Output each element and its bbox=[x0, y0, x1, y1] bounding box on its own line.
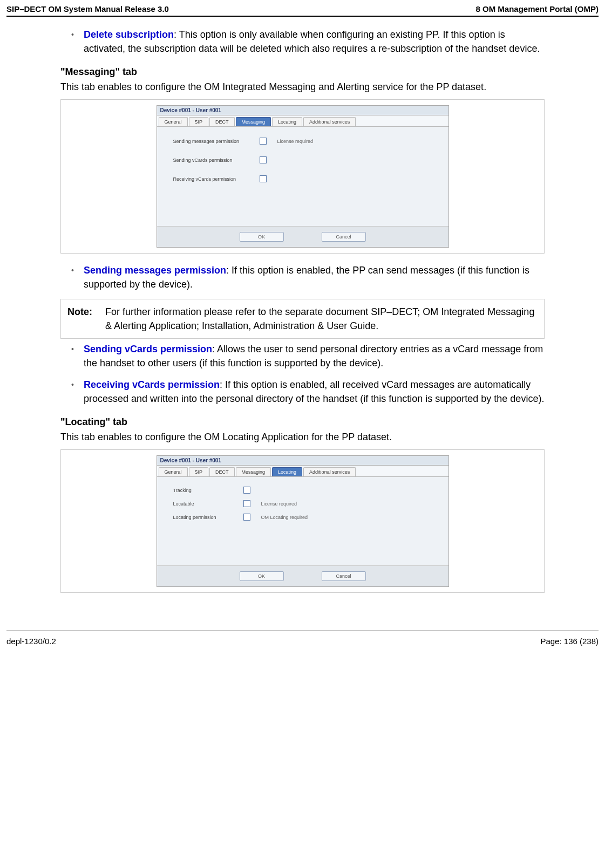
para-messaging: This tab enables to configure the OM Int… bbox=[60, 80, 545, 94]
note-label: Note: bbox=[67, 305, 105, 333]
bullet-receiving-vcards: • Receiving vCards permission: If this o… bbox=[71, 378, 545, 406]
term-sending-messages: Sending messages permission bbox=[84, 265, 226, 276]
note-box: Note: For further information please ref… bbox=[60, 299, 545, 339]
checkbox-locatable[interactable] bbox=[243, 500, 250, 507]
note-send-messages: License required bbox=[277, 139, 314, 144]
row-recv-vcards: Receiving vCards permission bbox=[173, 171, 439, 190]
dialog-footer: OK Cancel bbox=[157, 226, 448, 247]
label-locating-permission: Locating permission bbox=[173, 515, 243, 520]
screenshot-locating: Device #001 - User #001 General SIP DECT… bbox=[60, 449, 545, 593]
cancel-button[interactable]: Cancel bbox=[322, 232, 366, 242]
para-locating: This tab enables to configure the OM Loc… bbox=[60, 430, 545, 444]
dialog-title: Device #001 - User #001 bbox=[157, 456, 448, 466]
label-recv-vcards: Receiving vCards permission bbox=[173, 176, 260, 182]
bullet-sending-messages: • Sending messages permission: If this o… bbox=[71, 263, 545, 291]
note-locating-permission: OM Locating required bbox=[261, 515, 308, 520]
dialog-tabs: General SIP DECT Messaging Locating Addi… bbox=[157, 115, 448, 127]
term-sending-vcards: Sending vCards permission bbox=[84, 344, 212, 354]
checkbox-send-messages[interactable] bbox=[260, 138, 267, 145]
page-footer: depl-1230/0.2 Page: 136 (238) bbox=[6, 631, 599, 657]
bullet-icon: • bbox=[71, 378, 74, 406]
header-rule bbox=[6, 16, 599, 17]
dialog-title: Device #001 - User #001 bbox=[157, 106, 448, 115]
tab-additional-services[interactable]: Additional services bbox=[303, 117, 356, 126]
checkbox-tracking[interactable] bbox=[243, 487, 250, 494]
tab-general[interactable]: General bbox=[159, 467, 188, 476]
dialog-body: Tracking Locatable License required Loca… bbox=[157, 477, 448, 565]
note-text: For further information please refer to … bbox=[105, 305, 538, 333]
checkbox-recv-vcards[interactable] bbox=[260, 175, 267, 182]
term-delete-subscription: Delete subscription bbox=[84, 29, 174, 40]
term-receiving-vcards: Receiving vCards permission bbox=[84, 379, 220, 390]
tab-sip[interactable]: SIP bbox=[189, 467, 209, 476]
tab-locating[interactable]: Locating bbox=[272, 117, 302, 126]
heading-locating-tab: "Locating" tab bbox=[60, 416, 545, 428]
bullet-delete-subscription: • Delete subscription: This option is on… bbox=[71, 28, 545, 56]
tab-additional-services[interactable]: Additional services bbox=[303, 467, 356, 476]
label-locatable: Locatable bbox=[173, 501, 243, 507]
tab-dect[interactable]: DECT bbox=[209, 467, 235, 476]
label-tracking: Tracking bbox=[173, 488, 243, 493]
row-locatable: Locatable License required bbox=[173, 497, 439, 510]
note-locatable: License required bbox=[261, 501, 297, 507]
bullet-icon: • bbox=[71, 28, 74, 56]
header-left: SIP–DECT OM System Manual Release 3.0 bbox=[6, 4, 169, 13]
tab-dect[interactable]: DECT bbox=[209, 117, 235, 126]
screenshot-messaging: Device #001 - User #001 General SIP DECT… bbox=[60, 99, 545, 254]
tab-messaging[interactable]: Messaging bbox=[236, 467, 271, 476]
bullet-icon: • bbox=[71, 342, 74, 370]
label-send-vcards: Sending vCards permission bbox=[173, 158, 260, 163]
header-right: 8 OM Management Portal (OMP) bbox=[475, 4, 599, 13]
ok-button[interactable]: OK bbox=[240, 571, 284, 581]
row-tracking: Tracking bbox=[173, 483, 439, 497]
dialog-footer: OK Cancel bbox=[157, 565, 448, 586]
label-send-messages: Sending messages permission bbox=[173, 139, 260, 144]
row-send-messages: Sending messages permission License requ… bbox=[173, 133, 439, 152]
cancel-button[interactable]: Cancel bbox=[322, 571, 366, 581]
bullet-icon: • bbox=[71, 263, 74, 291]
row-send-vcards: Sending vCards permission bbox=[173, 152, 439, 171]
heading-messaging-tab: "Messaging" tab bbox=[60, 66, 545, 78]
footer-right: Page: 136 (238) bbox=[540, 637, 599, 646]
footer-left: depl-1230/0.2 bbox=[6, 637, 56, 646]
dialog-locating: Device #001 - User #001 General SIP DECT… bbox=[157, 455, 449, 587]
checkbox-send-vcards[interactable] bbox=[260, 156, 267, 163]
tab-messaging[interactable]: Messaging bbox=[236, 117, 271, 126]
bullet-sending-vcards: • Sending vCards permission: Allows the … bbox=[71, 342, 545, 370]
tab-general[interactable]: General bbox=[159, 117, 188, 126]
dialog-tabs: General SIP DECT Messaging Locating Addi… bbox=[157, 466, 448, 477]
row-locating-permission: Locating permission OM Locating required bbox=[173, 510, 439, 524]
ok-button[interactable]: OK bbox=[240, 232, 284, 242]
page-header: SIP–DECT OM System Manual Release 3.0 8 … bbox=[6, 0, 599, 16]
tab-locating[interactable]: Locating bbox=[272, 467, 302, 476]
tab-sip[interactable]: SIP bbox=[189, 117, 209, 126]
dialog-body: Sending messages permission License requ… bbox=[157, 127, 448, 226]
checkbox-locating-permission[interactable] bbox=[243, 514, 250, 521]
dialog-messaging: Device #001 - User #001 General SIP DECT… bbox=[157, 105, 449, 248]
